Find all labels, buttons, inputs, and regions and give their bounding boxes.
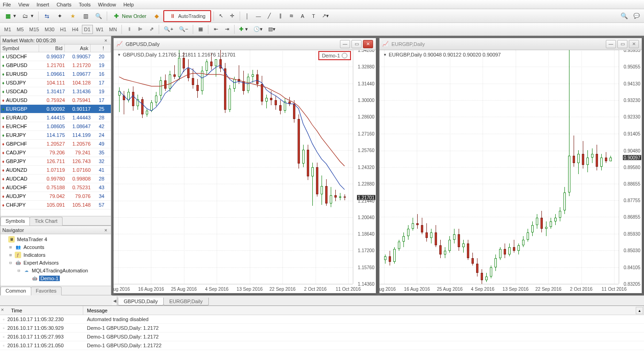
text-tool[interactable]: A [298,11,308,21]
tab-tick-chart[interactable]: Tick Chart [29,217,63,226]
autoscroll-icon[interactable]: ⇥ [222,24,232,34]
symbol-row-audnzd[interactable]: ♦AUDNZD1.071191.0716041 [0,166,111,175]
chart-window-eurgbp: 📈 EURGBP,Daily — ▭ ✕ 0.959550.950550.941… [379,38,642,294]
minimize-button[interactable]: — [340,40,350,48]
symbol-row-eurjpy[interactable]: ♦EURJPY114.175114.19924 [0,131,111,140]
tree-folder[interactable]: ⊟☁MQL4TradingAutomation [1,266,110,274]
tab-symbols[interactable]: Symbols [0,217,30,226]
close-icon[interactable]: × [103,37,109,44]
log-row[interactable]: ◦2016.10.17 11:05:27.993Demo-1 GBPUSD,Da… [0,333,644,341]
strategy-tester-toggle[interactable]: 🔍 [92,11,104,21]
timeframe-m15[interactable]: M15 [27,25,41,34]
candle-chart-icon[interactable]: ⊫ [135,24,145,34]
chart-tab-gbpusd[interactable]: GBPUSD,Daily [118,298,164,305]
tab-favorites[interactable]: Favorites [31,287,62,295]
shift-chart-icon[interactable]: ⇤ [211,24,221,34]
symbol-row-eurusd[interactable]: ♦EURUSD1.096611.0967716 [0,70,111,79]
fibonacci-tool[interactable]: ≋ [287,11,297,21]
menu-window[interactable]: Window [98,2,116,7]
tree-root[interactable]: 🖥MetaTrader 4 [1,235,110,243]
new-order-button[interactable]: ✚New Order [109,11,150,21]
symbol-row-usdchf[interactable]: ♦USDCHF0.990370.9905720 [0,52,111,61]
timeframe-w1[interactable]: W1 [94,25,106,34]
bar-chart-icon[interactable]: ⦀ [124,24,134,34]
symbol-row-usdcad[interactable]: ♦USDCAD1.314171.3143619 [0,87,111,96]
chat-icon[interactable]: 💬 [631,11,642,21]
arrows-tool[interactable]: ↗▾ [320,11,331,21]
tree-expert-advisors[interactable]: ⊟🤖Expert Advisors [1,259,110,266]
timeframe-h4[interactable]: H4 [69,25,80,34]
chart-icon: 📈 [382,41,389,47]
trendline-tool[interactable]: ╱ [264,11,275,21]
close-button[interactable]: ✕ [363,40,373,48]
symbol-row-eurchf[interactable]: ♦EURCHF1.086051.0864742 [0,122,111,131]
symbol-row-gbpchf[interactable]: ♦GBPCHF1.205271.2057649 [0,140,111,148]
line-chart-icon[interactable]: ⇗ [146,24,156,34]
tile-windows-icon[interactable]: ▦ [196,24,206,34]
chart-title-text: GBPUSD,Daily [126,41,337,47]
metaeditor-button[interactable]: ◆ [150,11,162,21]
symbol-row-chfjpy[interactable]: ♦CHFJPY105.091105.14857 [0,201,111,209]
timeframe-d1[interactable]: D1 [82,25,93,34]
timeframe-h1[interactable]: H1 [58,25,69,34]
symbol-row-euraud[interactable]: ♦EURAUD1.444151.4444328 [0,113,111,122]
symbol-row-usdjpy[interactable]: ♦USDJPY104.111104.12817 [0,79,111,87]
horizontal-line-tool[interactable]: — [253,11,264,21]
vertical-line-tool[interactable]: │ [242,11,253,21]
favorites-icon[interactable]: ★ [67,11,79,21]
tabs-scroll-left[interactable]: ◀ [112,296,117,305]
profiles-button[interactable]: 🗂▾ [19,11,36,21]
close-icon[interactable]: × [1,307,6,312]
menu-view[interactable]: View [18,2,29,7]
crosshair-tool[interactable]: ✛ [227,11,237,21]
market-watch-panel: Market Watch: 00:05:28 × Symbol Bid Ask … [0,36,111,226]
menu-help[interactable]: Help [123,2,134,7]
menu-file[interactable]: File [3,2,11,7]
menu-charts[interactable]: Charts [57,2,71,7]
log-row[interactable]: ◦2016.10.17 11:05:21.050Demo-1 GBPUSD,Da… [0,341,644,350]
expert-advisor-badge[interactable]: Demo-1 [318,51,351,60]
symbol-row-gbpjpy[interactable]: ♦GBPJPY126.711126.74332 [0,157,111,166]
timeframe-m1[interactable]: M1 [2,25,13,34]
close-button[interactable]: ✕ [629,40,639,48]
zoom-out-icon[interactable]: 🔍− [177,24,190,34]
symbol-row-eurgbp[interactable]: ♦EURGBP0.900920.9011725 [0,105,111,113]
timeframe-mn[interactable]: MN [107,25,119,34]
symbol-row-audcad[interactable]: ♦AUDCAD0.997800.9980828 [0,175,111,183]
search-icon[interactable]: 🔍 [618,11,630,21]
timeframe-m5[interactable]: M5 [14,25,26,34]
tree-accounts[interactable]: ⊞👥Accounts [1,243,110,251]
menu-insert[interactable]: Insert [36,2,49,7]
new-chart-button[interactable]: ▦▾ [2,11,18,21]
navigator-toggle[interactable]: ✦ [54,11,66,21]
indicators-menu[interactable]: ✚▾ [237,24,250,34]
menu-tools[interactable]: Tools [79,2,91,7]
tree-ea-demo1[interactable]: 🤖Demo-1 [1,274,110,282]
timeframe-m30[interactable]: M30 [42,25,57,34]
templates-menu[interactable]: ▧▾ [266,24,278,34]
channel-tool[interactable]: ∥ [276,11,286,21]
symbol-row-audchf[interactable]: ♦AUDCHF0.751880.7523143 [0,183,111,192]
tree-indicators[interactable]: ⊞ƒIndicators [1,251,110,259]
cursor-tool[interactable]: ↖ [216,11,226,21]
log-row[interactable]: ◦2016.10.17 11:05:30.929Demo-1 GBPUSD,Da… [0,324,644,333]
chart-tab-eurgbp[interactable]: EURGBP,Daily [163,298,209,305]
text-label-tool[interactable]: T [309,11,319,21]
symbol-row-gbpusd[interactable]: ♦GBPUSD1.217011.2172019 [0,61,111,70]
symbol-row-audjpy[interactable]: ♦AUDJPY79.04279.07634 [0,192,111,201]
maximize-button[interactable]: ▭ [617,40,627,48]
close-icon[interactable]: × [103,227,109,233]
maximize-button[interactable]: ▭ [351,40,362,48]
minimize-button[interactable]: — [606,40,616,48]
autotrading-button[interactable]: ⏸AutoTrading [163,10,211,22]
tab-common[interactable]: Common [0,287,31,295]
log-row[interactable]: ◦2016.10.17 11:05:32.230Automated tradin… [0,315,644,324]
periodicity-menu[interactable]: 🕓▾ [251,24,265,34]
symbol-row-cadjpy[interactable]: ♦CADJPY79.20679.24135 [0,148,111,157]
marketwatch-toggle[interactable]: ⇆ [41,11,53,21]
data-window-toggle[interactable]: ▥ [80,11,92,21]
symbol-row-audusd[interactable]: ♦AUDUSD0.759240.7594117 [0,96,111,105]
chart-title-text: EURGBP,Daily [391,41,603,47]
scroll-up-icon[interactable]: ▴ [636,307,643,314]
zoom-in-icon[interactable]: 🔍+ [161,24,175,34]
